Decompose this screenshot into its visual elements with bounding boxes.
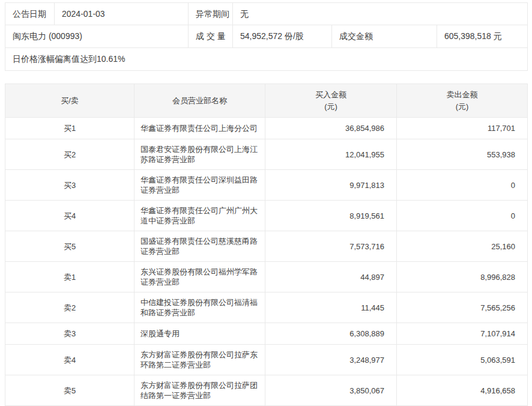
col-header-sell: 卖出金额 (元) bbox=[397, 84, 528, 118]
deviation-note: 日价格涨幅偏离值达到10.61% bbox=[5, 48, 528, 71]
branch-cell: 华鑫证券有限责任公司深圳益田路证券营业部 bbox=[135, 170, 265, 201]
sell-amount-cell: 5,063,591 bbox=[397, 345, 528, 375]
col-header-buy-title: 买入金额 bbox=[271, 89, 390, 101]
sell-amount-cell: 117,701 bbox=[397, 118, 528, 139]
sell-amount-cell: 7,107,914 bbox=[397, 323, 528, 345]
branch-cell: 华鑫证券有限责任公司上海分公司 bbox=[135, 118, 265, 139]
col-header-side: 买/卖 bbox=[5, 84, 135, 118]
table-row: 卖4 东方财富证券股份有限公司拉萨东环路第二证券营业部 3,248,977 5,… bbox=[5, 345, 528, 375]
branch-cell: 国盛证券有限责任公司慈溪慈甬路证券营业部 bbox=[135, 231, 265, 262]
info-row-stock: 闽东电力 (000993) 成 交 量 54,952,572 份/股 成交金额 … bbox=[5, 25, 528, 48]
side-cell: 卖5 bbox=[5, 375, 135, 406]
abnormal-period-value: 无 bbox=[233, 3, 528, 25]
buy-amount-cell: 9,971,813 bbox=[265, 170, 397, 201]
side-cell: 买1 bbox=[5, 118, 135, 139]
col-header-buy-unit: (元) bbox=[271, 101, 390, 113]
table-row: 买4 华鑫证券有限责任公司广州广州大道中证券营业部 8,919,561 0 bbox=[5, 201, 528, 231]
col-header-sell-unit: (元) bbox=[403, 101, 521, 113]
col-header-sell-title: 卖出金额 bbox=[403, 89, 521, 101]
buy-amount-cell: 8,919,561 bbox=[265, 201, 397, 231]
col-header-buy: 买入金额 (元) bbox=[265, 84, 397, 118]
buy-amount-cell: 7,573,716 bbox=[265, 231, 397, 262]
branch-cell: 东兴证券股份有限公司福州学军路证券营业部 bbox=[135, 262, 265, 292]
buy-amount-cell: 11,445 bbox=[265, 292, 397, 323]
sell-amount-cell: 553,938 bbox=[397, 139, 528, 170]
side-cell: 卖3 bbox=[5, 323, 135, 345]
sell-amount-cell: 7,565,256 bbox=[397, 292, 528, 323]
stock-info-table: 公告日期 2024-01-03 异常期间 无 闽东电力 (000993) 成 交… bbox=[5, 2, 528, 71]
turnover-value: 605,398,518 元 bbox=[437, 25, 528, 48]
announce-date-label: 公告日期 bbox=[5, 3, 55, 25]
broker-table: 买/卖 会员营业部名称 买入金额 (元) 卖出金额 (元) 买1 华鑫证券有限责… bbox=[5, 83, 528, 406]
side-cell: 卖1 bbox=[5, 262, 135, 292]
sell-amount-cell: 0 bbox=[397, 201, 528, 231]
buy-amount-cell: 44,897 bbox=[265, 262, 397, 292]
buy-amount-cell: 6,308,889 bbox=[265, 323, 397, 345]
volume-label: 成 交 量 bbox=[189, 25, 233, 48]
branch-cell: 华鑫证券有限责任公司广州广州大道中证券营业部 bbox=[135, 201, 265, 231]
branch-cell: 东方财富证券股份有限公司拉萨团结路第一证券营业部 bbox=[135, 375, 265, 406]
branch-cell: 中信建投证券股份有限公司福清福和路证券营业部 bbox=[135, 292, 265, 323]
table-row: 卖5 东方财富证券股份有限公司拉萨团结路第一证券营业部 3,850,067 4,… bbox=[5, 375, 528, 406]
broker-table-header-row: 买/卖 会员营业部名称 买入金额 (元) 卖出金额 (元) bbox=[5, 84, 528, 118]
announce-date-value: 2024-01-03 bbox=[55, 3, 189, 25]
buy-amount-cell: 12,041,955 bbox=[265, 139, 397, 170]
turnover-label: 成交金额 bbox=[332, 25, 437, 48]
side-cell: 买5 bbox=[5, 231, 135, 262]
table-row: 买2 国泰君安证券股份有限公司上海江苏路证券营业部 12,041,955 553… bbox=[5, 139, 528, 170]
buy-amount-cell: 3,850,067 bbox=[265, 375, 397, 406]
sell-amount-cell: 4,916,658 bbox=[397, 375, 528, 406]
sell-amount-cell: 8,996,828 bbox=[397, 262, 528, 292]
sell-amount-cell: 25,160 bbox=[397, 231, 528, 262]
side-cell: 卖4 bbox=[5, 345, 135, 375]
side-cell: 买2 bbox=[5, 139, 135, 170]
table-row: 买1 华鑫证券有限责任公司上海分公司 36,854,986 117,701 bbox=[5, 118, 528, 139]
sell-amount-cell: 0 bbox=[397, 170, 528, 201]
table-row: 买3 华鑫证券有限责任公司深圳益田路证券营业部 9,971,813 0 bbox=[5, 170, 528, 201]
stock-name: 闽东电力 (000993) bbox=[5, 25, 189, 48]
info-row-announce: 公告日期 2024-01-03 异常期间 无 bbox=[5, 3, 528, 25]
info-row-deviation: 日价格涨幅偏离值达到10.61% bbox=[5, 48, 528, 71]
page-content: 公告日期 2024-01-03 异常期间 无 闽东电力 (000993) 成 交… bbox=[0, 0, 532, 406]
buy-amount-cell: 36,854,986 bbox=[265, 118, 397, 139]
branch-cell: 国泰君安证券股份有限公司上海江苏路证券营业部 bbox=[135, 139, 265, 170]
table-row: 买5 国盛证券有限责任公司慈溪慈甬路证券营业部 7,573,716 25,160 bbox=[5, 231, 528, 262]
col-header-branch: 会员营业部名称 bbox=[135, 84, 265, 118]
volume-value: 54,952,572 份/股 bbox=[233, 25, 332, 48]
table-row: 卖2 中信建投证券股份有限公司福清福和路证券营业部 11,445 7,565,2… bbox=[5, 292, 528, 323]
buy-amount-cell: 3,248,977 bbox=[265, 345, 397, 375]
table-row: 卖3 深股通专用 6,308,889 7,107,914 bbox=[5, 323, 528, 345]
side-cell: 买4 bbox=[5, 201, 135, 231]
branch-cell: 深股通专用 bbox=[135, 323, 265, 345]
abnormal-period-label: 异常期间 bbox=[189, 3, 233, 25]
table-row: 卖1 东兴证券股份有限公司福州学军路证券营业部 44,897 8,996,828 bbox=[5, 262, 528, 292]
branch-cell: 东方财富证券股份有限公司拉萨东环路第二证券营业部 bbox=[135, 345, 265, 375]
side-cell: 买3 bbox=[5, 170, 135, 201]
side-cell: 卖2 bbox=[5, 292, 135, 323]
